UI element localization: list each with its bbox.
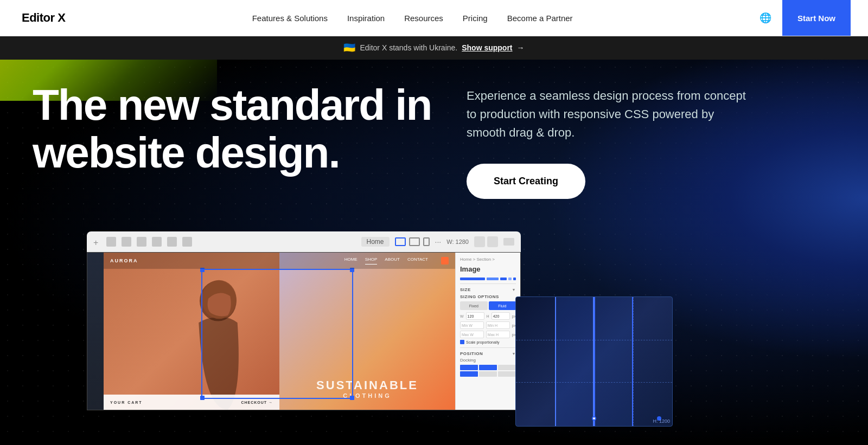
docking-grid [460,365,516,377]
start-creating-button[interactable]: Start Creating [467,164,585,199]
hero-subtitle: Experience a seamless design process fro… [467,87,749,142]
ukraine-flag: 🇺🇦 [343,42,355,54]
nav-inspiration[interactable]: Inspiration [347,14,385,23]
height-input[interactable]: 420 [492,312,510,320]
max-row: Max W Max H px [460,331,516,338]
components-icon [122,237,131,247]
panel-sizing-options: Sizing Options [460,294,516,299]
editor-canvas: AURORA HOME SHOP ABOUT CONTACT [87,252,521,410]
sizing-buttons: Fixed Fluid [460,301,516,310]
hero-left: The new standard in website design. [33,81,456,199]
person-image [159,274,267,410]
settings-icon [106,237,116,247]
dock-1[interactable] [460,365,478,370]
min-h-input[interactable]: Min H [486,321,510,329]
column-highlight-1 [555,297,594,426]
navbar: Editor X Features & Solutions Inspiratio… [0,0,868,36]
floating-grid-panel: H: 1200 [515,296,673,427]
site-image-right: SUSTAINABLE CLOTHING [279,253,455,410]
site-image-left [104,253,279,410]
ukraine-banner: 🇺🇦 Editor X stands with Ukraine. Show su… [0,36,868,60]
scale-label: Scale proportionally [466,340,499,344]
logo[interactable]: Editor X [22,11,65,25]
site-nav-bar: AURORA HOME SHOP ABOUT CONTACT [104,253,455,269]
site-nav-about: ABOUT [385,257,400,265]
banner-text: Editor X stands with Ukraine. [360,43,457,52]
grid-icon [167,237,177,247]
toolbar-right: W: 1280 [446,238,469,245]
panel-divider-2 [460,347,516,348]
panel-position-section: POSITION ▼ [460,351,516,356]
scale-checkbox[interactable] [460,340,464,344]
sustainable-title: SUSTAINABLE [316,378,418,392]
height-label: H [487,314,489,318]
nav-pricing[interactable]: Pricing [463,14,488,23]
sustainable-text: SUSTAINABLE CLOTHING [316,378,418,399]
column-highlight-2 [594,297,633,426]
hero-section: The new standard in website design. Expe… [0,0,868,445]
desktop-icon[interactable] [395,237,406,246]
drag-handle-bottom[interactable] [592,416,596,421]
site-nav-contact: CONTACT [407,257,428,265]
cart-label: YOUR CART [110,401,143,404]
editor-preview: + Home ··· W: 1280 [87,231,521,410]
navbar-right: 🌐 Start Now [760,0,851,36]
min-max-row: Min W Min H px [460,321,516,329]
width-input[interactable]: 120 [466,312,484,320]
start-now-button[interactable]: Start Now [782,0,851,36]
panel-breadcrumb: Home > Section > [460,257,516,262]
color-dot-2 [487,278,499,280]
editor-toolbar: + Home ··· W: 1280 [87,231,521,252]
mobile-icon[interactable] [423,237,430,246]
page-label[interactable]: Home [361,237,390,247]
site-cart-icon [441,257,449,265]
fluid-btn[interactable]: Fluid [489,301,516,310]
grid-lines [516,297,672,426]
dock-4[interactable] [460,371,478,377]
hero-content: The new standard in website design. Expe… [0,60,868,199]
dock-5[interactable] [479,371,497,377]
color-dot-3 [500,278,506,280]
max-w-input[interactable]: Max W [460,331,484,338]
site-nav-links: HOME SHOP ABOUT CONTACT [344,257,449,265]
checkout-label: CHECKOUT → [241,401,273,404]
more-options-icon[interactable] [503,238,514,246]
table-icon [182,237,192,247]
color-dot-4 [508,278,512,280]
docking-label: Docking [460,358,516,363]
site-brand: AURORA [110,258,138,263]
canvas-left-peek [87,253,104,410]
scale-proportionally-row: Scale proportionally [460,340,516,344]
site-preview: AURORA HOME SHOP ABOUT CONTACT [104,253,455,410]
color-dot-5 [513,278,516,280]
nav-resources[interactable]: Resources [404,14,443,23]
dock-3[interactable] [498,365,516,370]
hero-right: Experience a seamless design process fro… [456,81,868,199]
globe-icon[interactable]: 🌐 [760,12,771,24]
nav-become-partner[interactable]: Become a Partner [507,14,573,23]
width-height-row: W 120 H 420 px [460,312,516,320]
site-nav-home: HOME [344,257,358,265]
undo-button[interactable] [474,236,485,247]
tablet-icon[interactable] [409,237,420,246]
redo-button[interactable] [487,236,498,247]
hero-title: The new standard in website design. [33,81,456,177]
min-w-input[interactable]: Min W [460,321,484,329]
add-icon: + [93,238,101,246]
dock-2[interactable] [479,365,497,370]
layout-icon [137,237,146,247]
text-icon [152,237,162,247]
banner-arrow: → [517,43,525,52]
dock-6[interactable] [498,371,516,377]
show-support-link[interactable]: Show support [462,43,512,52]
color-dot-1 [460,278,485,280]
size-dropdown-arrow[interactable]: ▼ [512,288,516,292]
cart-bar: YOUR CART CHECKOUT → [104,395,279,410]
h-label: H: 1200 [653,418,670,424]
device-switcher [395,237,430,246]
max-h-input[interactable]: Max H [486,331,510,338]
fixed-btn[interactable]: Fixed [460,301,488,310]
width-label: W: 1280 [446,238,469,245]
panel-title: Image [460,265,516,273]
nav-features-solutions[interactable]: Features & Solutions [252,14,328,23]
